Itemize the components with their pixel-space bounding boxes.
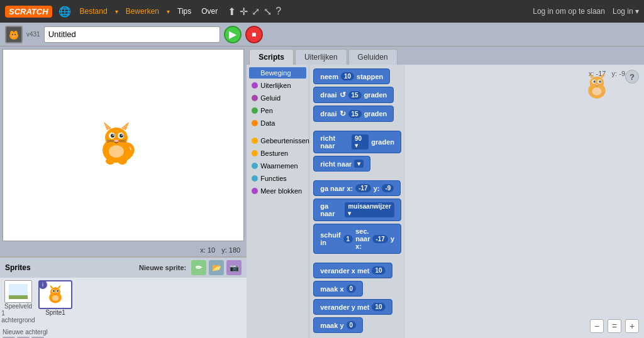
block-maak-y[interactable]: maak y 0	[313, 317, 363, 333]
svg-point-5	[14, 34, 16, 35]
stage-thumbnail[interactable]: Speelveld 1 achtergrond	[3, 280, 34, 324]
verander-x-input[interactable]: 10	[372, 266, 385, 275]
cat-data[interactable]: Data	[249, 117, 306, 129]
stop-button[interactable]: ■	[245, 26, 263, 43]
cat-meer-blokken[interactable]: Meer blokken	[249, 185, 306, 197]
maak-y-input[interactable]: 0	[347, 321, 357, 329]
cat-functies[interactable]: Functies	[249, 173, 306, 184]
sprite1-thumbnail[interactable]: i	[36, 280, 74, 324]
svg-point-15	[119, 134, 123, 138]
cat-waarnemen[interactable]: Waarnemen	[249, 160, 306, 172]
workspace: x: -17 y: -9	[405, 65, 644, 338]
sprite1-thumb-image: i	[38, 280, 72, 309]
ws-y-val: -9	[619, 70, 625, 77]
block-draai-rechts[interactable]: draai ↻ 15 graden	[313, 106, 394, 122]
fullscreen-icon[interactable]: ⤢	[252, 6, 260, 18]
geluid-dot	[252, 95, 258, 101]
richt-object-dropdown[interactable]: ▾	[354, 160, 364, 168]
cat-gebeurtenissen[interactable]: Gebeurtenissen	[249, 135, 306, 146]
richt-graden-dropdown[interactable]: 90 ▾	[352, 134, 369, 150]
cat-pen[interactable]: Pen	[249, 105, 306, 116]
help-menu-icon[interactable]: ?	[275, 6, 281, 18]
help-button[interactable]: ?	[625, 70, 639, 84]
shrink-icon[interactable]: ⤡	[264, 6, 272, 18]
tab-uiterlijken[interactable]: Uiterlijken	[295, 49, 347, 65]
sprite-info-icon[interactable]: i	[38, 280, 47, 289]
zoom-out-button[interactable]: −	[590, 319, 604, 333]
block-maak-x[interactable]: maak x 0	[313, 281, 363, 297]
block-text: schuif in	[320, 231, 340, 246]
block-schuif-in[interactable]: schuif in 1 sec. naar x: -17 y	[313, 224, 401, 254]
sprites-label: Sprites	[5, 263, 134, 272]
gap3	[313, 256, 401, 260]
block-ga-naar-muis[interactable]: ga naar muisaanwijzer ▾	[313, 199, 401, 221]
data-dot	[252, 120, 258, 126]
schuif-x-input[interactable]: -17	[372, 235, 387, 243]
cat-geluid[interactable]: Geluid	[249, 92, 306, 104]
functies-label: Functies	[260, 175, 287, 182]
svg-point-7	[105, 128, 128, 148]
functies-dot	[252, 175, 258, 182]
stappen-input[interactable]: 10	[341, 72, 354, 80]
block-text: neem	[320, 73, 338, 80]
globe-icon[interactable]: 🌐	[58, 6, 71, 18]
new-sprite-icons: ✏ 📂 📷	[191, 260, 242, 275]
paint-sprite-icon[interactable]: ✏	[191, 260, 206, 275]
pen-dot	[252, 107, 258, 114]
add-icon[interactable]: ✛	[240, 6, 248, 18]
cat-beweging[interactable]: Beweging	[249, 67, 306, 79]
sprites-panel: Sprites Nieuwe sprite: ✏ 📂 📷 Sp	[0, 256, 247, 338]
svg-point-16	[113, 134, 114, 136]
camera-sprite-icon[interactable]: 📷	[226, 260, 242, 275]
block-verander-y[interactable]: verander y met 10	[313, 299, 392, 315]
block-suffix: stappen	[357, 73, 383, 80]
block-verander-x[interactable]: verander x met 10	[313, 263, 392, 278]
block-ga-naar-xy[interactable]: ga naar x: -17 y: -9	[313, 180, 401, 196]
ga-naar-dropdown[interactable]: muisaanwijzer ▾	[345, 202, 394, 217]
menu-bewerken[interactable]: Bewerken	[123, 7, 162, 16]
zoom-reset-button[interactable]: =	[608, 319, 621, 333]
svg-marker-32	[58, 285, 61, 288]
block-neem-stappen[interactable]: neem 10 stappen	[313, 68, 390, 84]
block-richt-naar-graden[interactable]: richt naar 90 ▾ graden	[313, 131, 401, 153]
ga-x-input[interactable]: -17	[355, 184, 370, 192]
gap1	[313, 124, 401, 128]
tab-scripts[interactable]: Scripts	[249, 49, 294, 65]
block-richt-naar-object[interactable]: richt naar ▾	[313, 156, 370, 172]
cat-uiterlijken[interactable]: Uiterlijken	[249, 80, 306, 91]
green-flag-button[interactable]: ▶	[224, 26, 242, 43]
cat-besturen[interactable]: Besturen	[249, 148, 306, 159]
draai-links-input[interactable]: 15	[348, 91, 362, 99]
project-name-input[interactable]	[44, 26, 220, 43]
svg-point-38	[52, 295, 59, 301]
maak-x-input[interactable]: 0	[347, 285, 357, 293]
upload-sprite-icon[interactable]: 📂	[209, 260, 224, 275]
bewerken-arrow: ▾	[167, 8, 170, 15]
svg-point-18	[114, 139, 118, 142]
schuif-sec-input[interactable]: 1	[343, 235, 353, 243]
toolbar-icons: ⬆ ✛ ⤢ ⤡ ?	[228, 6, 281, 18]
svg-point-46	[599, 80, 601, 83]
menu-bestand[interactable]: Bestand	[77, 7, 110, 16]
block-suffix: graden	[371, 138, 394, 146]
menu-tips[interactable]: Tips	[175, 7, 194, 16]
upload-icon[interactable]: ⬆	[228, 6, 236, 18]
ga-y-input[interactable]: -9	[382, 184, 394, 192]
rotate-left-icon: ↺	[340, 90, 346, 99]
cat-sprite[interactable]	[91, 119, 142, 169]
block-draai-links[interactable]: draai ↺ 15 graden	[313, 87, 394, 103]
verander-y-input[interactable]: 10	[372, 303, 385, 311]
menubar: SCRATCH 🌐 Bestand ▾ Bewerken ▾ Tips Over…	[0, 0, 644, 23]
data-label: Data	[260, 119, 275, 127]
menu-over[interactable]: Over	[199, 7, 220, 16]
svg-rect-28	[9, 295, 28, 299]
draai-rechts-input[interactable]: 15	[348, 110, 362, 118]
block-text3: y	[391, 235, 394, 243]
zoom-in-button[interactable]: +	[625, 319, 639, 333]
login-button[interactable]: Log in ▾	[613, 7, 639, 16]
tab-geluiden[interactable]: Geluiden	[348, 49, 397, 65]
waarnemen-dot	[252, 163, 258, 169]
block-text: draai	[320, 91, 336, 99]
svg-point-30	[50, 287, 60, 296]
svg-point-48	[592, 87, 602, 95]
